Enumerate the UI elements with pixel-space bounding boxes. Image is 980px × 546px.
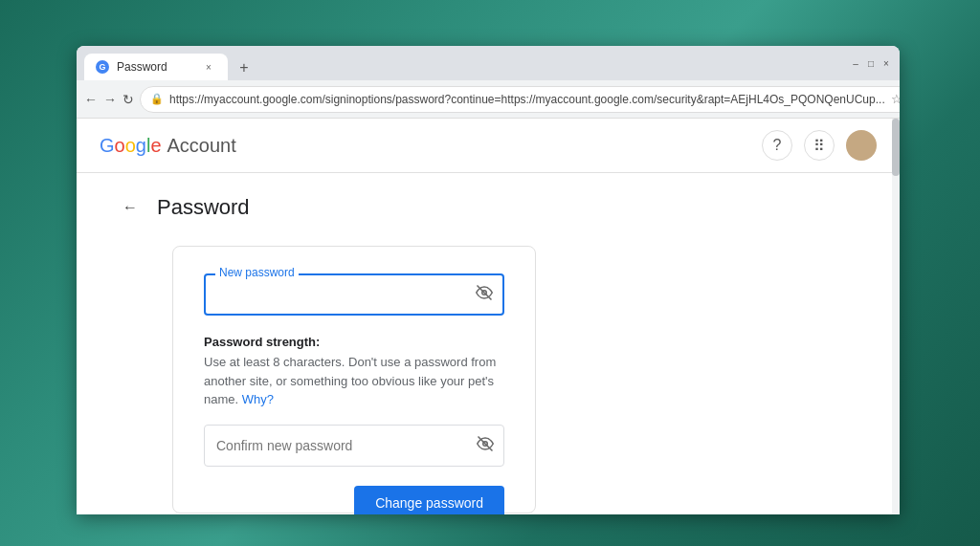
tab-title: Password bbox=[117, 60, 167, 74]
forward-button[interactable]: → bbox=[103, 86, 117, 113]
back-button[interactable]: ← bbox=[84, 86, 98, 113]
refresh-button[interactable]: ↻ bbox=[122, 86, 134, 113]
header-actions: ? ⠿ bbox=[762, 130, 877, 161]
page-content: Google Account ? ⠿ ← Password New passwo… bbox=[77, 119, 900, 514]
minimize-button[interactable]: – bbox=[850, 57, 861, 69]
browser-window: G Password × + – □ × ← → ↻ 🔒 https://mya… bbox=[77, 46, 900, 514]
url-bar[interactable]: 🔒 https://myaccount.google.com/signinopt… bbox=[140, 86, 900, 113]
bookmark-icon[interactable]: ☆ bbox=[891, 92, 900, 106]
why-link[interactable]: Why? bbox=[242, 392, 274, 406]
tab-favicon: G bbox=[96, 60, 109, 74]
url-text: https://myaccount.google.com/signinoptio… bbox=[169, 93, 885, 106]
google-e: e bbox=[150, 135, 161, 156]
new-password-input[interactable] bbox=[217, 292, 464, 307]
account-label: Account bbox=[167, 135, 236, 157]
google-logo-text: Google bbox=[100, 135, 162, 157]
new-password-group: New password bbox=[204, 273, 504, 316]
google-account-header: Google Account ? ⠿ bbox=[77, 119, 900, 173]
address-bar: ← → ↻ 🔒 https://myaccount.google.com/sig… bbox=[77, 80, 900, 119]
strength-description: Use at least 8 characters. Don't use a p… bbox=[204, 353, 504, 409]
page-title: Password bbox=[157, 195, 250, 220]
scrollbar-track bbox=[892, 119, 900, 514]
confirm-password-input[interactable] bbox=[216, 438, 465, 453]
scrollbar-thumb[interactable] bbox=[892, 119, 900, 176]
title-bar: G Password × + – □ × bbox=[77, 46, 900, 80]
google-g2: g bbox=[136, 135, 146, 156]
confirm-password-field-wrapper bbox=[204, 425, 504, 467]
confirm-password-eye-icon[interactable] bbox=[477, 435, 494, 456]
new-password-label: New password bbox=[215, 266, 299, 279]
close-tab-button[interactable]: × bbox=[201, 59, 216, 75]
page-back-button[interactable]: ← bbox=[115, 192, 145, 223]
google-logo: Google Account bbox=[100, 135, 236, 157]
maximize-button[interactable]: □ bbox=[865, 57, 877, 69]
password-strength-section: Password strength: Use at least 8 charac… bbox=[204, 335, 504, 409]
google-o2: o bbox=[125, 135, 136, 156]
change-password-button[interactable]: Change password bbox=[354, 486, 504, 515]
new-password-field-wrapper: New password bbox=[204, 273, 504, 316]
google-g: G bbox=[100, 135, 115, 156]
help-button[interactable]: ? bbox=[762, 130, 792, 161]
apps-button[interactable]: ⠿ bbox=[804, 130, 835, 161]
password-page: ← Password New password bbox=[77, 173, 900, 514]
active-tab[interactable]: G Password × bbox=[84, 54, 228, 80]
new-password-eye-icon[interactable] bbox=[476, 284, 493, 305]
new-tab-button[interactable]: + bbox=[232, 55, 256, 80]
google-o1: o bbox=[115, 135, 125, 156]
user-avatar[interactable] bbox=[846, 130, 877, 161]
tab-area: G Password × + bbox=[84, 46, 838, 80]
close-window-button[interactable]: × bbox=[880, 57, 892, 69]
window-controls: – □ × bbox=[850, 57, 892, 69]
password-form-card: New password Password strength: bbox=[172, 246, 536, 513]
strength-title: Password strength: bbox=[204, 335, 504, 349]
secure-indicator: 🔒 bbox=[150, 93, 164, 105]
page-header: ← Password bbox=[115, 192, 861, 223]
